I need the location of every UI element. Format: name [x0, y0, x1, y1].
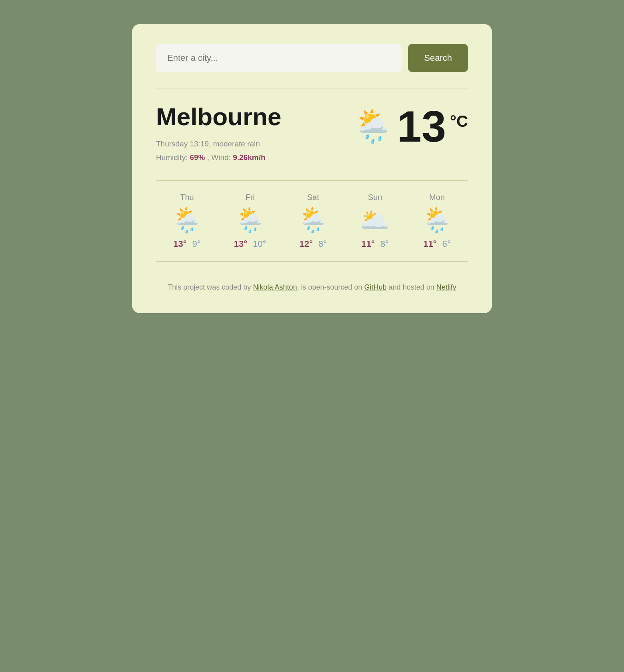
weather-meta: Thursday 13:19, moderate rain Humidity: …: [156, 137, 281, 164]
forecast-weather-icon: 🌦️: [235, 208, 265, 232]
footer: This project was coded by Nikola Ashton,…: [156, 282, 468, 293]
forecast-weather-icon: 🌥️: [360, 208, 390, 232]
wind-separator: ,: [207, 153, 212, 162]
forecast-low: 10°: [253, 239, 266, 249]
temperature-number: 13: [397, 104, 446, 148]
forecast-day: Fri 🌦️ 13° 10°: [234, 193, 266, 249]
github-link[interactable]: GitHub: [364, 283, 387, 291]
current-weather-icon: 🌦️: [353, 110, 393, 142]
temperature-unit: °C: [450, 112, 468, 130]
wind-label: Wind:: [211, 153, 231, 162]
current-weather-section: Melbourne Thursday 13:19, moderate rain …: [156, 104, 468, 164]
forecast-temps: 13° 9°: [173, 239, 200, 249]
section-divider: [156, 88, 468, 88]
forecast-day-label: Sat: [307, 193, 319, 202]
forecast-day-label: Sun: [368, 193, 382, 202]
city-info: Melbourne Thursday 13:19, moderate rain …: [156, 104, 281, 164]
forecast-weather-icon: 🌦️: [298, 208, 328, 232]
forecast-high: 13°: [173, 239, 186, 249]
forecast-low: 8°: [318, 239, 327, 249]
humidity-wind: Humidity: 69% , Wind: 9.26km/h: [156, 151, 281, 164]
forecast-low: 6°: [442, 239, 451, 249]
forecast-low: 9°: [192, 239, 201, 249]
forecast-day-label: Fri: [245, 193, 254, 202]
netlify-link[interactable]: Netlify: [436, 283, 456, 291]
temperature-display: 🌦️ 13 °C: [353, 104, 468, 148]
forecast-temps: 11° 8°: [361, 239, 388, 249]
humidity-value: 69%: [190, 153, 205, 162]
forecast-weather-icon: 🌦️: [172, 208, 202, 232]
forecast-day-label: Mon: [429, 193, 445, 202]
forecast-weather-icon: 🌦️: [422, 208, 452, 232]
datetime-description: Thursday 13:19, moderate rain: [156, 137, 281, 151]
author-link[interactable]: Nikola Ashton: [253, 283, 297, 291]
forecast-day-label: Thu: [180, 193, 194, 202]
app-card: Search Melbourne Thursday 13:19, moderat…: [132, 24, 492, 313]
search-row: Search: [156, 44, 468, 72]
forecast-low: 8°: [380, 239, 389, 249]
forecast-day: Sun 🌥️ 11° 8°: [360, 193, 390, 249]
wind-value: 9.26km/h: [233, 153, 265, 162]
forecast-high: 13°: [234, 239, 247, 249]
forecast-temps: 13° 10°: [234, 239, 266, 249]
city-search-input[interactable]: [156, 44, 402, 72]
forecast-high: 11°: [361, 239, 374, 249]
search-button[interactable]: Search: [408, 44, 468, 72]
forecast-high: 12°: [300, 239, 313, 249]
forecast-row: Thu 🌦️ 13° 9° Fri 🌦️ 13° 10° Sat 🌦️ 12° …: [156, 180, 468, 262]
forecast-temps: 11° 6°: [423, 239, 450, 249]
forecast-day: Thu 🌦️ 13° 9°: [172, 193, 202, 249]
forecast-high: 11°: [423, 239, 436, 249]
forecast-day: Sat 🌦️ 12° 8°: [298, 193, 328, 249]
humidity-label: Humidity:: [156, 153, 188, 162]
forecast-temps: 12° 8°: [300, 239, 327, 249]
footer-text-before: This project was coded by: [168, 283, 253, 291]
footer-text-middle1: , is open-sourced on: [297, 283, 364, 291]
forecast-day: Mon 🌦️ 11° 6°: [422, 193, 452, 249]
footer-text-middle2: and hosted on: [387, 283, 436, 291]
city-name: Melbourne: [156, 104, 281, 129]
